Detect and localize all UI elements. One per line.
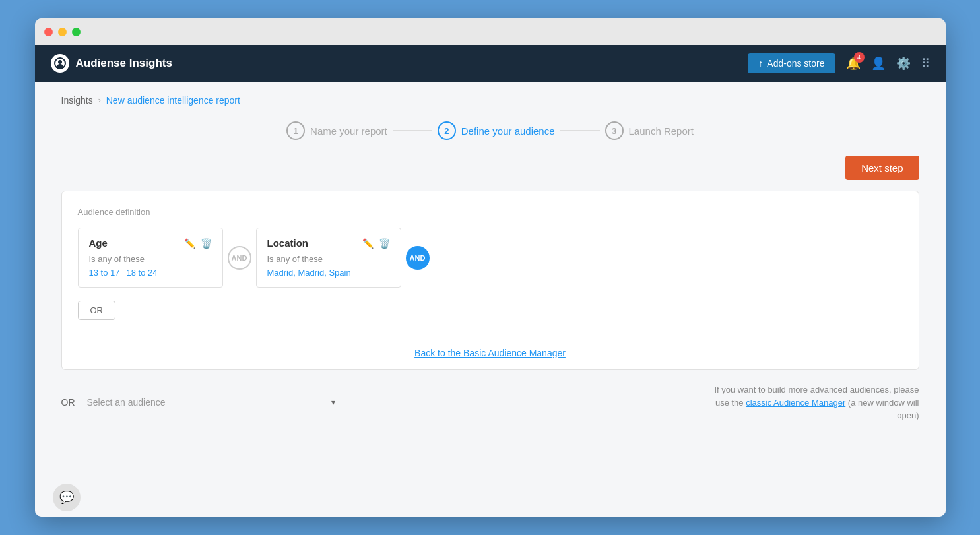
step-2: 2 Define your audience: [438, 121, 555, 140]
location-edit-icon[interactable]: ✏️: [362, 238, 374, 249]
bottom-note: If you want to build more advanced audie…: [708, 383, 919, 422]
addons-icon: ↑: [758, 58, 763, 69]
audience-definition-card: Audience definition Age ✏️ 🗑️ Is any of …: [61, 191, 919, 370]
and-badge-outline[interactable]: AND: [228, 246, 251, 270]
brand: Audiense Insights: [51, 54, 172, 73]
card-footer: Back to the Basic Audience Manager: [62, 336, 919, 369]
location-values: Madrid, Madrid, Spain: [267, 268, 390, 278]
audience-definition-label: Audience definition: [78, 207, 903, 217]
chat-button[interactable]: 💬: [53, 484, 81, 511]
steps-indicator: 1 Name your report 2 Define your audienc…: [61, 121, 919, 140]
location-value-1: Madrid, Madrid, Spain: [267, 268, 351, 278]
age-condition-header: Age ✏️ 🗑️: [89, 237, 212, 249]
age-filter-label: Is any of these: [89, 254, 212, 264]
and-connector-between: AND: [223, 228, 256, 270]
back-to-basic-link[interactable]: Back to the Basic Audience Manager: [414, 348, 566, 358]
classic-audience-manager-link[interactable]: classic Audience Manager: [746, 398, 845, 408]
bottom-or-label: OR: [61, 397, 75, 408]
notifications-icon[interactable]: 🔔 4: [846, 56, 861, 71]
user-icon[interactable]: 👤: [871, 56, 886, 71]
step-3-label: Launch Report: [629, 125, 694, 137]
content-area: Insights › New audience intelligence rep…: [35, 82, 946, 517]
navbar: Audiense Insights ↑ Add-ons store 🔔 4 👤 …: [35, 45, 946, 82]
location-condition-title: Location: [267, 237, 309, 249]
chat-icon: 💬: [59, 490, 74, 505]
close-dot[interactable]: [44, 28, 53, 36]
location-condition-header: Location ✏️ 🗑️: [267, 237, 390, 249]
age-condition-title: Age: [89, 237, 108, 249]
condition-row: Age ✏️ 🗑️ Is any of these 13 to 17 18 to…: [78, 228, 903, 288]
breadcrumb-current: New audience intelligence report: [106, 95, 240, 106]
audience-select-placeholder: Select an audience: [87, 397, 326, 408]
card-body: Audience definition Age ✏️ 🗑️ Is any of …: [62, 191, 919, 336]
step-3-circle: 3: [605, 121, 624, 140]
step-3: 3 Launch Report: [605, 121, 694, 140]
titlebar: [35, 18, 946, 45]
minimize-dot[interactable]: [58, 28, 67, 36]
next-button-wrapper: Next step: [61, 156, 919, 180]
step-1-label: Name your report: [310, 125, 387, 137]
and-badge-filled[interactable]: AND: [406, 246, 430, 270]
bottom-row: OR Select an audience ▾ If you want to b…: [61, 383, 919, 422]
or-section: OR: [78, 301, 903, 320]
or-button[interactable]: OR: [78, 301, 116, 320]
apps-icon[interactable]: ⠿: [921, 56, 930, 71]
and-connector-after: AND: [401, 228, 434, 270]
step-1-circle: 1: [286, 121, 305, 140]
addons-store-button[interactable]: ↑ Add-ons store: [748, 53, 835, 73]
brand-logo: [51, 54, 69, 73]
location-delete-icon[interactable]: 🗑️: [379, 238, 390, 249]
location-condition-card: Location ✏️ 🗑️ Is any of these Madrid, M…: [256, 228, 401, 288]
location-condition-actions: ✏️ 🗑️: [362, 238, 390, 249]
step-connector-2: [560, 130, 600, 131]
bottom-note-suffix: (a new window will open): [845, 398, 919, 421]
age-values: 13 to 17 18 to 24: [89, 268, 212, 278]
navbar-right: ↑ Add-ons store 🔔 4 👤 ⚙️ ⠿: [748, 53, 929, 73]
breadcrumb-separator: ›: [98, 96, 101, 105]
step-2-label: Define your audience: [461, 125, 555, 137]
age-delete-icon[interactable]: 🗑️: [201, 238, 212, 249]
breadcrumb-parent[interactable]: Insights: [61, 95, 93, 106]
age-edit-icon[interactable]: ✏️: [184, 238, 195, 249]
maximize-dot[interactable]: [72, 28, 81, 36]
brand-name: Audiense Insights: [76, 57, 172, 70]
notification-badge: 4: [854, 52, 865, 63]
age-value-2: 18 to 24: [127, 268, 158, 278]
settings-icon[interactable]: ⚙️: [896, 56, 911, 71]
age-condition-card: Age ✏️ 🗑️ Is any of these 13 to 17 18 to…: [78, 228, 223, 288]
svg-point-1: [58, 60, 62, 64]
location-filter-label: Is any of these: [267, 254, 390, 264]
chevron-down-icon: ▾: [331, 398, 335, 407]
step-2-circle: 2: [438, 121, 456, 140]
breadcrumb: Insights › New audience intelligence rep…: [61, 95, 919, 106]
step-connector-1: [393, 130, 432, 131]
age-value-1: 13 to 17: [89, 268, 120, 278]
age-condition-actions: ✏️ 🗑️: [184, 238, 212, 249]
step-1: 1 Name your report: [286, 121, 387, 140]
audience-select-dropdown[interactable]: Select an audience ▾: [86, 393, 337, 412]
next-step-button[interactable]: Next step: [845, 156, 919, 180]
